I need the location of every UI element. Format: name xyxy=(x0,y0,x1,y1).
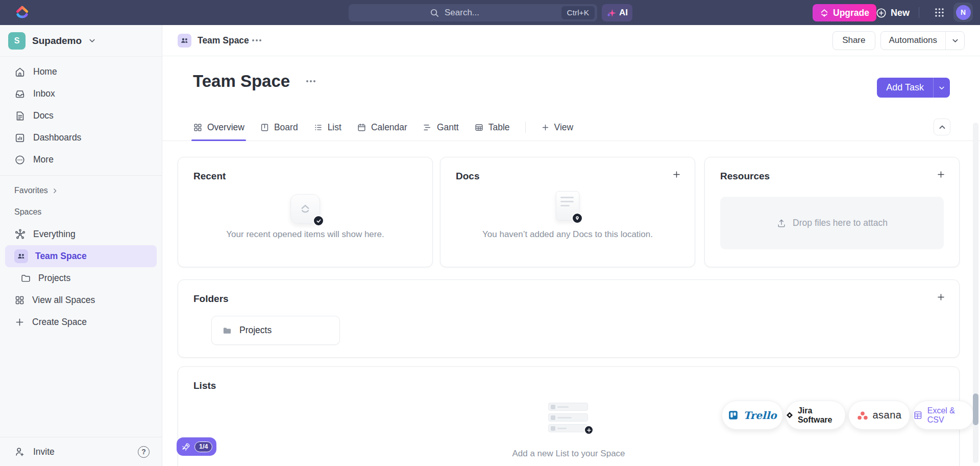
title-more-icon[interactable] xyxy=(303,77,318,85)
workspace-switcher[interactable]: S Supademo xyxy=(0,25,162,57)
tab-overview[interactable]: Overview xyxy=(193,114,244,141)
rocket-icon xyxy=(181,442,191,452)
workspace-name: Supademo xyxy=(32,35,82,46)
sidebar-item-inbox[interactable]: Inbox xyxy=(0,83,162,105)
breadcrumb-more-icon[interactable] xyxy=(249,36,264,44)
resources-dropzone[interactable]: Drop files here to attach xyxy=(720,197,944,249)
invite-user-icon xyxy=(14,446,26,457)
sidebar-item-docs[interactable]: Docs xyxy=(0,105,162,127)
plus-icon xyxy=(541,123,550,132)
tabs-divider xyxy=(525,122,526,133)
plus-badge-icon xyxy=(584,425,594,435)
tab-table[interactable]: Table xyxy=(474,114,510,141)
clickup-logo-icon[interactable] xyxy=(14,5,30,20)
user-avatar[interactable]: N xyxy=(953,3,973,22)
sidebar-item-home[interactable]: Home xyxy=(0,61,162,83)
recent-empty-icon xyxy=(290,194,320,224)
sidebar-item-label: Dashboards xyxy=(33,132,81,143)
chevron-down-icon xyxy=(88,37,96,44)
everything-icon xyxy=(14,228,26,240)
help-icon[interactable]: ? xyxy=(138,446,150,458)
sidebar-item-everything[interactable]: Everything xyxy=(0,223,162,245)
lists-card-title: Lists xyxy=(193,380,216,391)
sidebar-item-dashboards[interactable]: Dashboards xyxy=(0,127,162,149)
onboarding-progress-badge: 1/4 xyxy=(194,441,212,452)
sidebar-item-view-all-spaces[interactable]: View all Spaces xyxy=(0,289,162,311)
tab-calendar[interactable]: Calendar xyxy=(357,114,407,141)
docs-card-title: Docs xyxy=(456,171,479,182)
ai-sparkle-icon xyxy=(606,8,616,18)
import-trello-button[interactable]: Trello xyxy=(722,401,783,430)
import-asana-button[interactable]: asana xyxy=(848,401,910,430)
add-task-label-button[interactable]: Add Task xyxy=(877,78,933,98)
breadcrumb[interactable]: Team Space xyxy=(178,34,249,48)
add-view-button[interactable]: View xyxy=(541,114,574,141)
asana-icon xyxy=(857,410,868,421)
upgrade-label: Upgrade xyxy=(833,8,869,18)
lists-empty-text: Add a new List to your Space xyxy=(178,449,959,459)
tab-board[interactable]: Board xyxy=(260,114,298,141)
trello-icon xyxy=(728,410,739,421)
add-task-dropdown-button[interactable] xyxy=(934,78,950,98)
search-placeholder: Search... xyxy=(445,8,479,18)
sidebar-item-create-space[interactable]: Create Space xyxy=(0,311,162,333)
collapse-overview-button[interactable] xyxy=(934,119,950,135)
resources-add-icon[interactable] xyxy=(936,170,946,179)
automations-label-button[interactable]: Automations xyxy=(881,32,946,50)
folder-item-projects[interactable]: Projects xyxy=(211,316,340,345)
overview-icon xyxy=(193,123,203,132)
sidebar-nav: Home Inbox Docs Dashboards xyxy=(0,57,162,171)
lists-empty-icon xyxy=(548,403,589,435)
docs-add-icon[interactable] xyxy=(672,170,681,179)
folders-add-icon[interactable] xyxy=(936,292,946,302)
automations-button: Automations xyxy=(880,31,965,50)
docs-empty-icon xyxy=(556,191,579,221)
folder-item-label: Projects xyxy=(239,325,272,336)
sidebar-item-label: Docs xyxy=(33,110,54,121)
tab-list[interactable]: List xyxy=(313,114,341,141)
import-excel-csv-button[interactable]: Excel & CSV xyxy=(913,401,974,430)
breadcrumb-label: Team Space xyxy=(198,35,249,46)
ai-button[interactable]: AI xyxy=(602,4,632,21)
automations-dropdown-button[interactable] xyxy=(946,32,964,50)
list-icon xyxy=(313,123,323,132)
share-button[interactable]: Share xyxy=(832,31,875,50)
people-icon xyxy=(180,36,189,45)
import-jira-button[interactable]: Jira Software xyxy=(786,401,846,430)
sidebar-item-label: Inbox xyxy=(33,88,55,99)
avatar-initial: N xyxy=(956,5,971,20)
upgrade-button[interactable]: Upgrade xyxy=(813,4,876,21)
favorites-section[interactable]: Favorites xyxy=(0,180,162,201)
sidebar-item-label: Projects xyxy=(38,273,70,284)
sidebar-item-more[interactable]: More xyxy=(0,149,162,171)
inbox-icon xyxy=(14,88,26,100)
search-shortcut: Ctrl+K xyxy=(561,6,595,19)
folder-icon xyxy=(222,325,232,336)
tab-gantt[interactable]: Gantt xyxy=(423,114,459,141)
sidebar-item-projects[interactable]: Projects xyxy=(0,267,162,289)
onboarding-launcher[interactable]: 1/4 xyxy=(177,437,216,456)
scrollbar-thumb[interactable] xyxy=(973,393,978,425)
jira-icon xyxy=(786,411,793,419)
sidebar-item-label: Team Space xyxy=(35,251,87,262)
docs-card: Docs You haven’t added any Docs to this … xyxy=(440,157,695,267)
ellipsis-circle-icon xyxy=(14,154,26,166)
sidebar-item-label: Create Space xyxy=(32,317,87,328)
new-button[interactable]: New xyxy=(876,4,910,21)
invite-row[interactable]: Invite ? xyxy=(0,437,162,466)
scrollbar-track[interactable] xyxy=(973,123,978,463)
location-header: Team Space Share Automations xyxy=(162,25,980,56)
board-icon xyxy=(260,123,270,132)
recent-empty-text: Your recent opened items will show here. xyxy=(178,229,432,240)
favorites-label: Favorites xyxy=(14,186,48,195)
sidebar-item-team-space[interactable]: Team Space xyxy=(5,245,157,267)
pin-badge-icon xyxy=(572,213,583,224)
sidebar-divider xyxy=(0,175,162,176)
apps-grid-icon[interactable] xyxy=(934,7,945,18)
folder-icon xyxy=(20,273,31,284)
table-icon xyxy=(474,123,484,132)
dropzone-text: Drop files here to attach xyxy=(793,218,888,228)
search-input[interactable]: Search... Ctrl+K xyxy=(349,4,597,21)
add-task-button: Add Task xyxy=(877,78,950,98)
sidebar-item-label: Everything xyxy=(33,229,76,240)
